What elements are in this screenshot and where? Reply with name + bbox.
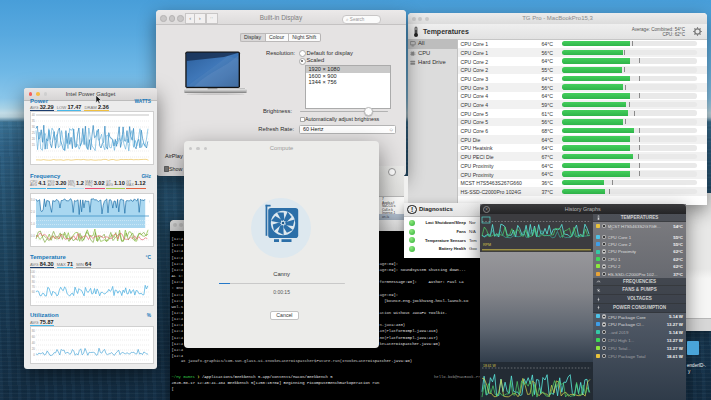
svg-text:25: 25 [32,131,36,135]
svg-text:35: 35 [32,119,36,123]
svg-text:60: 60 [32,335,36,339]
svg-text:80: 80 [32,280,36,284]
svg-text:RPM: RPM [483,243,491,247]
svg-text:70: 70 [32,285,36,289]
svg-text:80: 80 [32,329,36,333]
svg-text:30: 30 [32,125,36,129]
svg-text:20: 20 [32,347,36,351]
svg-text:40: 40 [32,341,36,345]
svg-text:1.0: 1.0 [31,222,36,226]
svg-text:18.61 W: 18.61 W [483,364,496,368]
svg-text:0: 0 [33,353,35,357]
svg-text:15: 15 [32,143,36,147]
svg-text:3.0: 3.0 [31,198,36,202]
svg-text:20: 20 [32,137,36,141]
svg-text:0.0: 0.0 [31,234,36,238]
svg-text:90: 90 [32,275,36,279]
svg-text:60: 60 [32,290,36,294]
svg-text:2.0: 2.0 [31,210,36,214]
svg-text:40: 40 [32,113,36,117]
svg-text:100: 100 [30,270,35,274]
